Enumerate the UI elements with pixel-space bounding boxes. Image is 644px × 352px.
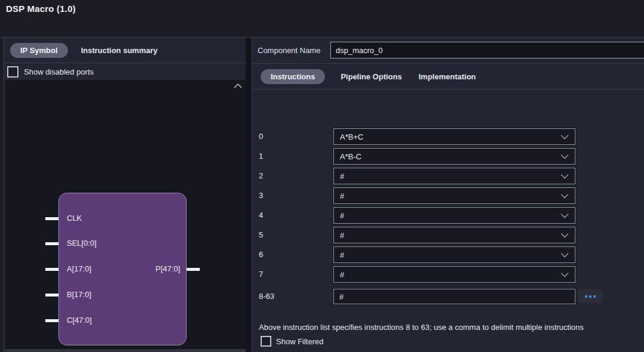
input-port-label-clk: CLK (67, 214, 82, 223)
show-disabled-ports-checkbox[interactable] (7, 66, 18, 78)
show-disabled-ports-row: Show disabled ports (4, 63, 246, 80)
left-tab-bar: IP Symbol Instruction summary (4, 38, 246, 63)
component-name-label: Component Name (258, 46, 321, 55)
chevron-down-icon (561, 174, 569, 179)
instruction-5-select[interactable]: # (333, 227, 575, 243)
chevron-down-icon (561, 193, 569, 199)
input-port-label-b170: B[17:0] (67, 290, 91, 299)
input-port-stub[interactable] (45, 294, 58, 297)
right-panel: Component Name Instructions Pipeline Opt… (252, 38, 644, 352)
instruction-row-label: 1 (259, 148, 324, 165)
instruction-row-label: 4 (259, 207, 324, 224)
dialog-content: IP Symbol Instruction summary Show disab… (0, 37, 644, 352)
instruction-0-select[interactable]: A*B+C (333, 128, 575, 145)
instruction-row-label: 7 (259, 266, 324, 283)
input-port-label-c470: C[47:0] (67, 316, 92, 325)
instruction-7-select[interactable]: # (333, 266, 575, 283)
selected-value: A*B-C (340, 152, 361, 161)
component-name-row: Component Name (252, 38, 644, 63)
selected-value: # (340, 211, 344, 220)
input-port-stub[interactable] (45, 268, 58, 271)
instruction-2-select[interactable]: # (333, 168, 575, 184)
chevron-down-icon (561, 154, 569, 159)
tab-pipeline-options[interactable]: Pipeline Options (339, 69, 403, 84)
input-port-label-sel00: SEL[0:0] (67, 239, 97, 248)
chevron-down-icon (561, 134, 569, 140)
instructions-panel: 0A*B+C1A*B-C2#3#4#5#6#7#8-63 Above instr… (252, 90, 644, 352)
show-filtered-checkbox[interactable] (261, 336, 271, 347)
instruction-row-label: 6 (259, 246, 324, 263)
input-port-stub[interactable] (45, 217, 58, 220)
input-port-stub[interactable] (45, 319, 58, 322)
input-port-stub[interactable] (45, 242, 58, 245)
ip-symbol-block: CLKSEL[0:0]A[17:0]B[17:0]C[47:0]P[47:0] (58, 193, 187, 345)
selected-value: A*B+C (340, 132, 363, 141)
show-disabled-ports-label: Show disabled ports (24, 67, 94, 76)
instruction-1-select[interactable]: A*B-C (333, 148, 575, 165)
ip-customization-dialog: DSP Macro (1.0) IP Symbol Instruction su… (0, 0, 644, 352)
horizontal-scrollbar[interactable] (5, 349, 246, 352)
instruction-6-select[interactable]: # (333, 246, 575, 263)
instruction-8-63-input[interactable] (333, 289, 575, 304)
tab-implementation[interactable]: Implementation (417, 69, 477, 84)
instruction-4-select[interactable]: # (333, 207, 575, 224)
chevron-down-icon (561, 213, 569, 218)
chevron-up-icon[interactable] (233, 82, 243, 90)
tab-instruction-summary[interactable]: Instruction summary (80, 43, 159, 58)
instruction-row-label: 3 (259, 187, 324, 204)
tab-instructions[interactable]: Instructions (261, 69, 325, 84)
ellipsis-icon (585, 295, 587, 298)
show-filtered-label: Show Filtered (276, 337, 323, 346)
instruction-row-label: 5 (259, 227, 324, 243)
instruction-3-select[interactable]: # (333, 187, 575, 204)
input-port-label-a170: A[17:0] (67, 264, 91, 273)
selected-value: # (340, 172, 344, 181)
chevron-down-icon (561, 272, 569, 277)
instruction-row-label: 8-63 (259, 288, 324, 305)
dialog-title: DSP Macro (1.0) (6, 4, 76, 14)
selected-value: # (340, 231, 344, 240)
instruction-row-label: 0 (259, 128, 324, 145)
instructions-note: Above instruction list specifies instruc… (259, 323, 639, 332)
output-port-stub[interactable] (187, 268, 200, 271)
show-filtered-row: Show Filtered (261, 336, 323, 347)
instruction-row-label: 2 (259, 168, 324, 184)
left-panel: IP Symbol Instruction summary Show disab… (4, 38, 246, 352)
ip-symbol-canvas[interactable]: CLKSEL[0:0]A[17:0]B[17:0]C[47:0]P[47:0] (5, 80, 246, 349)
output-port-label-p470: P[47:0] (156, 264, 180, 273)
selected-value: # (340, 192, 344, 200)
selected-value: # (340, 270, 344, 279)
right-tab-bar: Instructions Pipeline Options Implementa… (252, 63, 644, 89)
chevron-down-icon (561, 252, 569, 258)
more-options-button[interactable] (578, 289, 603, 303)
chevron-down-icon (561, 233, 569, 238)
tab-ip-symbol[interactable]: IP Symbol (10, 43, 68, 58)
component-name-input[interactable] (330, 42, 644, 58)
panel-divider[interactable] (246, 38, 252, 352)
selected-value: # (340, 251, 344, 260)
